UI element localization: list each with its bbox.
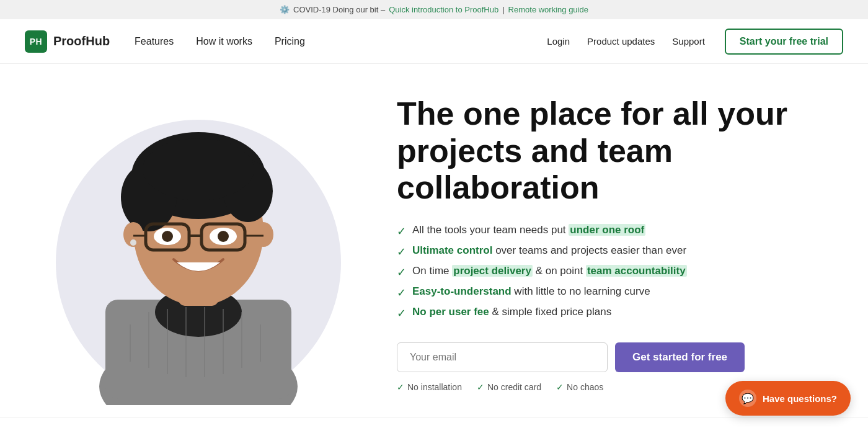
- chat-bubble-icon: 💬: [739, 390, 756, 407]
- loved-bar: L❤ved by 85,000+ teams and businesses wo…: [0, 417, 868, 433]
- top-banner: ⚙️ COVID-19 Doing our bit – Quick introd…: [0, 0, 868, 19]
- gear-icon: ⚙️: [280, 5, 290, 14]
- bullet-2: ✓ Ultimate control over teams and projec…: [397, 244, 843, 259]
- nav-support[interactable]: Support: [672, 36, 705, 47]
- hero-section: The one place for all your projects and …: [0, 64, 868, 417]
- highlight-under-one-roof: under one roof: [569, 224, 645, 236]
- bullet-5: ✓ No per user fee & simple fixed price p…: [397, 306, 843, 320]
- highlight-project-delivery: project delivery: [452, 265, 533, 277]
- svg-point-10: [254, 222, 273, 247]
- check-icon-4: ✓: [397, 286, 406, 300]
- highlight-no-per-user-fee: No per user fee: [412, 306, 489, 318]
- hero-content: The one place for all your projects and …: [384, 96, 843, 392]
- check-small-2: ✓: [477, 382, 484, 392]
- bullet-3: ✓ On time project delivery & on point te…: [397, 265, 843, 279]
- highlight-ultimate-control: Ultimate control: [412, 244, 492, 256]
- banner-link1[interactable]: Quick introduction to ProofHub: [389, 5, 498, 14]
- nav-features[interactable]: Features: [135, 36, 174, 47]
- navbar: PH ProofHub Features How it works Pricin…: [0, 19, 868, 64]
- get-started-button[interactable]: Get started for free: [615, 342, 745, 372]
- banner-pipe: |: [502, 5, 504, 14]
- nav-login[interactable]: Login: [547, 36, 570, 47]
- highlight-team-accountability: team accountability: [586, 265, 687, 277]
- logo-icon: PH: [25, 30, 47, 53]
- check-icon-3: ✓: [397, 266, 406, 279]
- svg-point-19: [218, 231, 229, 242]
- check-small-1: ✓: [397, 382, 404, 392]
- cta-row: Get started for free: [397, 342, 843, 372]
- svg-point-18: [162, 231, 173, 242]
- nav-right-links: Login Product updates Support: [547, 36, 705, 47]
- hero-image-area: [37, 83, 360, 405]
- heart-icon: ❤: [310, 430, 321, 433]
- hero-person: [68, 89, 329, 405]
- email-input[interactable]: [397, 342, 608, 372]
- svg-point-8: [143, 138, 254, 200]
- banner-prefix: COVID-19 Doing our bit –: [293, 5, 385, 14]
- nav-links: Features How it works Pricing: [135, 36, 305, 47]
- highlight-easy-to-understand: Easy-to-understand: [412, 285, 512, 297]
- bullet-4: ✓ Easy-to-understand with little to no l…: [397, 285, 843, 300]
- check-icon-2: ✓: [397, 245, 406, 259]
- chat-button[interactable]: 💬 Have questions?: [725, 381, 851, 416]
- meta-no-installation: ✓ No installation: [397, 382, 462, 392]
- bullet-1: ✓ All the tools your team needs put unde…: [397, 224, 843, 238]
- nav-how-it-works[interactable]: How it works: [196, 36, 252, 47]
- brand-name: ProofHub: [53, 34, 110, 48]
- svg-point-20: [130, 239, 136, 246]
- nav-right: Login Product updates Support Start your…: [547, 29, 843, 55]
- nav-product-updates[interactable]: Product updates: [587, 36, 655, 47]
- check-small-3: ✓: [556, 382, 564, 392]
- meta-no-credit-card: ✓ No credit card: [477, 382, 541, 392]
- start-trial-button[interactable]: Start your free trial: [725, 29, 843, 55]
- hero-bullets: ✓ All the tools your team needs put unde…: [397, 224, 843, 320]
- check-icon-5: ✓: [397, 306, 406, 320]
- chat-label: Have questions?: [763, 393, 837, 404]
- meta-no-chaos: ✓ No chaos: [556, 382, 603, 392]
- hero-title: The one place for all your projects and …: [397, 96, 843, 207]
- nav-pricing[interactable]: Pricing: [275, 36, 305, 47]
- logo[interactable]: PH ProofHub: [25, 30, 110, 53]
- check-icon-1: ✓: [397, 225, 406, 238]
- banner-link2[interactable]: Remote working guide: [508, 5, 588, 14]
